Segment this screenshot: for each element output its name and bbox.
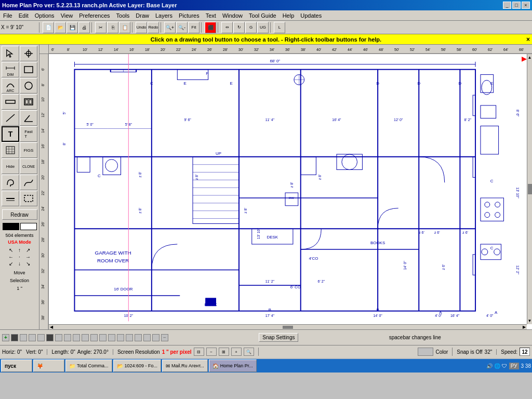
scroll-right-button[interactable]: ▶ [523, 325, 526, 329]
window-controls[interactable]: _ □ × [503, 2, 530, 9]
undo-button[interactable]: Undo [136, 22, 147, 33]
drawing-area[interactable]: 68' 0" GARAGE WIT [49, 54, 527, 324]
color-picker[interactable] [418, 348, 433, 356]
canvas-container[interactable]: 6' 8' 10' 12' 14' 16' 18' 20' 22' 24' 26… [39, 45, 532, 329]
snap-btn-17[interactable] [152, 334, 159, 341]
snap-btn-12[interactable] [108, 334, 115, 341]
move-up-right[interactable]: ↗ [26, 247, 30, 253]
scroll-left-button[interactable]: ◀ [50, 325, 53, 329]
snap-btn-16[interactable] [143, 334, 151, 341]
select-cross-tool[interactable] [20, 46, 37, 61]
background-color[interactable] [20, 223, 37, 230]
foreground-color[interactable] [3, 223, 19, 230]
zoom-out-button[interactable]: 🔍- [176, 22, 188, 33]
move-down-right[interactable]: ↘ [26, 261, 30, 267]
hide-tool[interactable]: Hide [2, 158, 19, 174]
snap-btn-10[interactable] [90, 334, 98, 341]
hatch-tool[interactable] [2, 142, 19, 158]
arc-tool[interactable]: ARC [2, 78, 19, 94]
snap-button[interactable]: ⬛ [205, 22, 216, 33]
dim-tool[interactable]: DIM [2, 62, 19, 77]
floor-plan-svg[interactable]: 68' 0" GARAGE WIT [49, 54, 527, 324]
snap-btn-6[interactable] [55, 334, 62, 341]
taskbar-item-firefox[interactable]: 🦊 [33, 360, 64, 372]
menu-pictures[interactable]: Pictures [176, 11, 203, 20]
rect-tool[interactable] [20, 62, 37, 77]
clone-tool[interactable]: CLONE [20, 158, 37, 174]
layer-button[interactable]: L [274, 22, 285, 33]
move-down[interactable]: ↓ [18, 261, 21, 267]
snap-btn-5[interactable] [46, 334, 54, 341]
line-tool[interactable] [2, 110, 19, 126]
paste-button[interactable]: 📋 [119, 22, 130, 33]
cabinet-tool[interactable] [20, 94, 37, 110]
ungroup-button[interactable]: UG [257, 22, 269, 33]
taskbar-item-folder[interactable]: 📂 1024:609 - Fo... [113, 360, 162, 372]
menu-options[interactable]: Options [32, 11, 58, 20]
maximize-button[interactable]: □ [512, 2, 521, 9]
group-button[interactable]: G [245, 22, 257, 33]
snap-btn-1[interactable] [11, 334, 18, 341]
circle-tool[interactable] [20, 78, 37, 94]
snap-btn-13[interactable] [117, 334, 124, 341]
menu-window[interactable]: Window [219, 11, 246, 20]
move-up[interactable]: ↑ [18, 247, 21, 253]
text-tool[interactable]: T [2, 126, 19, 142]
wall-tool[interactable] [2, 94, 19, 110]
menu-text[interactable]: Text [203, 11, 219, 20]
menu-edit[interactable]: Edit [16, 11, 32, 20]
menu-view[interactable]: View [58, 11, 76, 20]
add-snap-button[interactable]: + [2, 334, 9, 341]
zoom-fit-button[interactable]: Fit [188, 22, 200, 33]
menu-preferences[interactable]: Preferences [76, 11, 113, 20]
remove-snap-button[interactable]: − [161, 334, 168, 341]
taskbar-item-mail[interactable]: ✉ Mail.Ru Агент... [162, 360, 208, 372]
snap-btn-3[interactable] [29, 334, 36, 341]
angle-tool[interactable] [20, 110, 37, 126]
snap-btn-11[interactable] [99, 334, 107, 341]
select-arrow-tool[interactable] [2, 46, 19, 61]
figs-tool[interactable]: FIGS [20, 142, 37, 158]
snap-btn-7[interactable] [64, 334, 71, 341]
paint-tool[interactable] [2, 175, 19, 190]
snap-btn-4[interactable] [37, 334, 45, 341]
menu-toolguide[interactable]: Tool Guide [246, 11, 280, 20]
menu-help[interactable]: Help [280, 11, 298, 20]
zoom-window-btn[interactable]: 🔍 [244, 348, 254, 356]
move-right[interactable]: → [25, 254, 31, 260]
zoom-in-button[interactable]: 🔍+ [164, 22, 176, 33]
minimize-button[interactable]: _ [503, 2, 511, 9]
redraw-button[interactable]: Redraw [2, 209, 37, 220]
mirror-button[interactable]: ⇔ [221, 22, 233, 33]
fast-text-tool[interactable]: FastT [20, 126, 37, 142]
zoom-in-btn[interactable]: + [231, 348, 242, 356]
save-button[interactable]: 💾 [66, 22, 78, 33]
rotate-button[interactable]: ↻ [233, 22, 245, 33]
select-rect-tool[interactable] [20, 191, 37, 206]
snap-btn-2[interactable] [20, 334, 27, 341]
zoom-fit2-btn[interactable]: ⊞ [219, 348, 229, 356]
snap-btn-14[interactable] [126, 334, 133, 341]
start-button[interactable]: пуск [1, 360, 32, 372]
taskbar-item-totalcommander[interactable]: 📁 Total Comma... [65, 360, 112, 372]
menu-layers[interactable]: Layers [152, 11, 176, 20]
taskbar-item-homeplan[interactable]: 🏠 Home Plan Pr... [209, 360, 257, 372]
new-button[interactable]: 📄 [43, 22, 54, 33]
snap-btn-15[interactable] [135, 334, 142, 341]
scroll-hthumb[interactable] [283, 326, 293, 329]
move-left[interactable]: ← [8, 254, 14, 260]
move-down-left[interactable]: ↙ [9, 261, 13, 267]
copy-button[interactable]: ⎘ [107, 22, 118, 33]
snap-settings-button[interactable]: Snap Settings [259, 333, 298, 342]
snap-btn-8[interactable] [73, 334, 80, 341]
close-hint-button[interactable]: × [526, 36, 530, 43]
scroll-thumb[interactable] [528, 184, 532, 194]
scroll-down-button[interactable]: ▼ [528, 318, 532, 323]
snap-btn-9[interactable] [82, 334, 89, 341]
menu-tools[interactable]: Tools [113, 11, 133, 20]
horizontal-scrollbar[interactable]: ◀ ▶ [49, 324, 527, 329]
curve-tool[interactable] [20, 175, 37, 190]
redo-button[interactable]: Redo [148, 22, 159, 33]
scroll-up-button[interactable]: ▲ [528, 55, 532, 60]
zoom-out-btn[interactable]: − [206, 348, 217, 356]
